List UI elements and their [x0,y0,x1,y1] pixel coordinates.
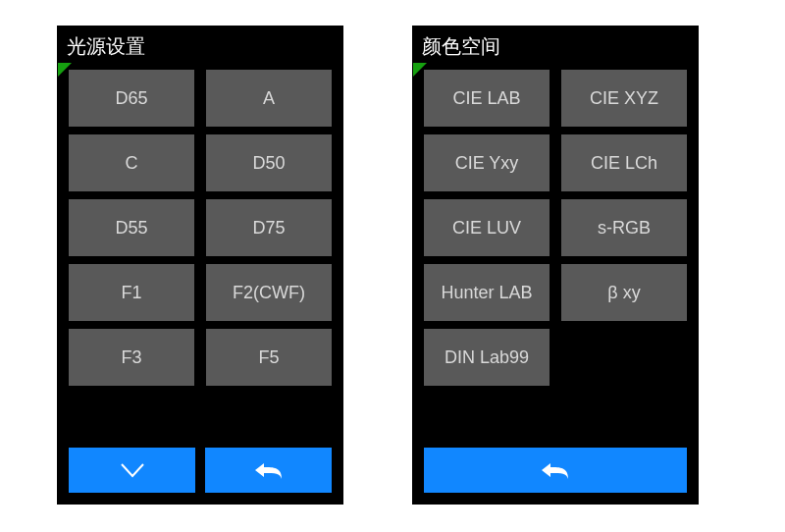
option-hunter-lab[interactable]: Hunter LAB [424,264,550,321]
back-button[interactable] [205,448,332,493]
option-cie-xyz[interactable]: CIE XYZ [561,70,687,127]
page-down-button[interactable] [69,448,195,493]
option-f1[interactable]: F1 [69,264,194,321]
option-d50[interactable]: D50 [206,134,332,191]
option-d65[interactable]: D65 [69,70,194,127]
selection-indicator-icon [58,63,72,77]
color-space-panel: 颜色空间 CIE LAB CIE XYZ CIE Yxy CIE LCh CIE… [412,26,699,505]
back-arrow-icon [252,459,286,481]
light-source-panel: 光源设置 D65 A C D50 D55 D75 F1 F2(CWF) F3 F… [57,26,343,505]
back-button[interactable] [424,448,687,493]
chevron-down-icon [118,460,147,480]
option-grid: D65 A C D50 D55 D75 F1 F2(CWF) F3 F5 [57,66,343,386]
selection-indicator-icon [413,63,427,77]
panel-title: 光源设置 [57,26,343,66]
option-din-lab99[interactable]: DIN Lab99 [424,329,550,386]
option-c[interactable]: C [69,134,194,191]
option-a[interactable]: A [206,70,332,127]
option-cie-lch[interactable]: CIE LCh [561,134,687,191]
panel-title: 颜色空间 [412,26,699,66]
option-f2-cwf[interactable]: F2(CWF) [206,264,332,321]
option-f5[interactable]: F5 [206,329,332,386]
option-cie-lab[interactable]: CIE LAB [424,70,550,127]
option-grid: CIE LAB CIE XYZ CIE Yxy CIE LCh CIE LUV … [412,66,699,386]
back-arrow-icon [539,459,572,481]
option-d55[interactable]: D55 [69,199,194,256]
footer-bar [69,448,332,493]
footer-bar [424,448,687,493]
option-beta-xy[interactable]: β xy [561,264,687,321]
option-d75[interactable]: D75 [206,199,332,256]
option-cie-yxy[interactable]: CIE Yxy [424,134,550,191]
option-f3[interactable]: F3 [69,329,194,386]
option-srgb[interactable]: s-RGB [561,199,687,256]
option-cie-luv[interactable]: CIE LUV [424,199,550,256]
